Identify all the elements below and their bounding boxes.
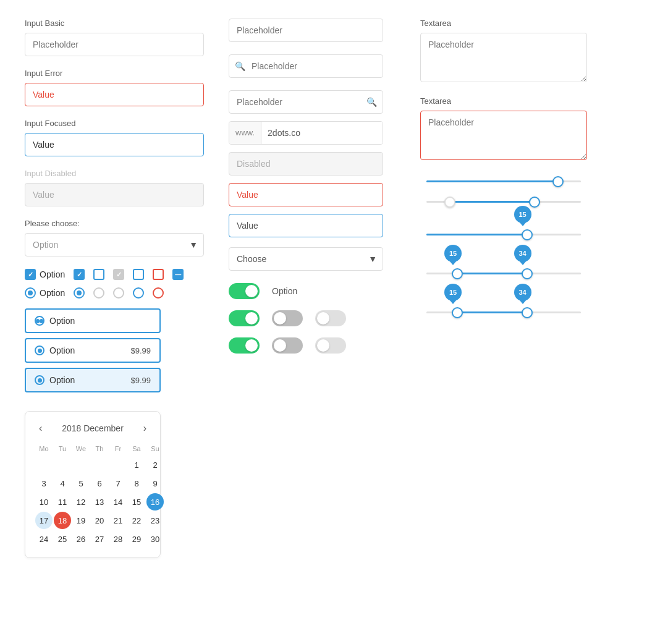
cal-day-27[interactable]: 27 [91, 530, 108, 548]
slider-4-thumb-left[interactable]: 15 [452, 268, 463, 279]
cal-day-21[interactable]: 21 [109, 512, 127, 529]
radio-checked[interactable] [25, 287, 36, 299]
checkbox-red-outline[interactable] [153, 269, 164, 280]
cal-day-28[interactable]: 28 [109, 530, 127, 548]
checkbox-item-minus[interactable] [172, 269, 184, 280]
radio-gray[interactable] [113, 287, 124, 299]
cal-dow-sa: Sa [128, 443, 145, 455]
input-basic-field[interactable] [25, 33, 204, 56]
slider-2-thumb-left[interactable] [444, 197, 455, 208]
checkbox-minus[interactable] [172, 269, 184, 280]
slider-1-thumb[interactable] [552, 176, 564, 187]
col2-search-input[interactable] [229, 54, 383, 78]
cal-day-1[interactable]: 1 [128, 456, 145, 473]
slider-3-thumb[interactable]: 15 [522, 229, 533, 240]
cal-day-22[interactable]: 22 [128, 512, 145, 529]
checkbox-gray[interactable] [113, 269, 124, 280]
slider-3: 15 [426, 234, 581, 235]
radio-price-inner-2 [35, 375, 44, 385]
checkbox-checked[interactable] [25, 269, 36, 280]
toggle-on-2[interactable] [229, 310, 260, 326]
cal-day-9[interactable]: 9 [146, 475, 164, 492]
calendar: ‹ 2018 December › Mo Tu We Th Fr Sa Su 1 [25, 411, 161, 558]
cal-day-19[interactable]: 19 [72, 512, 90, 529]
slider-5-thumb-left[interactable]: 15 [452, 307, 463, 318]
slider-4-thumb-right[interactable]: 34 [522, 268, 533, 279]
cal-day-24[interactable]: 24 [35, 530, 53, 548]
cal-day-6[interactable]: 6 [91, 475, 108, 492]
cal-day-23[interactable]: 23 [146, 512, 164, 529]
cal-day-30[interactable]: 30 [146, 530, 164, 548]
cal-day-26[interactable]: 26 [72, 530, 90, 548]
checkbox-item-red-outline[interactable] [153, 269, 164, 280]
cal-day-7[interactable]: 7 [109, 475, 127, 492]
radio-price-btn-2[interactable]: Option $9.99 [25, 368, 161, 392]
radio-price-value: $9.99 [130, 346, 151, 355]
radio-item-gray[interactable] [113, 287, 124, 299]
checkbox-item-checked[interactable]: Option [25, 269, 65, 280]
cal-day-10[interactable]: 10 [35, 493, 53, 511]
cal-day-2[interactable]: 2 [146, 456, 164, 473]
cal-day-29[interactable]: 29 [128, 530, 145, 548]
col2-focused-input[interactable] [229, 214, 383, 237]
url-input[interactable] [261, 122, 383, 144]
cal-day-13[interactable]: 13 [91, 493, 108, 511]
radio-item-checked2[interactable] [74, 287, 85, 299]
radio-blue-outline[interactable] [133, 287, 144, 299]
cal-day-15[interactable]: 15 [128, 493, 145, 511]
col2-input-1[interactable] [229, 19, 383, 42]
checkbox-item-gray[interactable] [113, 269, 124, 280]
col2-focused-wrapper [229, 214, 383, 237]
toggle-on-1[interactable] [229, 283, 260, 299]
checkbox-checked2[interactable] [74, 269, 85, 280]
cal-day-3[interactable]: 3 [35, 475, 53, 492]
toggle-on-3[interactable] [229, 337, 260, 354]
cal-day-25[interactable]: 25 [54, 530, 71, 548]
radio-option-btn-1[interactable]: Option [25, 308, 161, 333]
cal-day-8[interactable]: 8 [128, 475, 145, 492]
radio-item-blue-outline[interactable] [133, 287, 144, 299]
checkbox-item-blue-outline[interactable] [133, 269, 144, 280]
radio-price-left-2: Option [35, 375, 75, 385]
checkbox-unchecked[interactable] [93, 269, 104, 280]
radio-price-btn-1[interactable]: Option $9.99 [25, 338, 161, 363]
toggle-off-gray-2[interactable] [272, 310, 303, 326]
col2-search-right-input[interactable] [229, 90, 383, 114]
calendar-next-button[interactable]: › [140, 422, 150, 435]
toggle-off-white-3[interactable] [315, 337, 346, 354]
input-error-field[interactable] [25, 83, 204, 106]
checkbox-blue-outline[interactable] [133, 269, 144, 280]
radio-checked2[interactable] [74, 287, 85, 299]
cal-day-18[interactable]: 18 [54, 512, 71, 529]
toggle-off-gray-3[interactable] [272, 337, 303, 354]
checkbox-item-unchecked[interactable] [93, 269, 104, 280]
input-focused-field[interactable] [25, 133, 204, 156]
slider-5-fill [457, 311, 527, 313]
calendar-grid: Mo Tu We Th Fr Sa Su 1 2 3 4 5 6 7 8 [35, 443, 150, 548]
slider-2-thumb-right[interactable] [529, 197, 540, 208]
cal-day-11[interactable]: 11 [54, 493, 71, 511]
cal-day-16[interactable]: 16 [146, 493, 164, 511]
slider-5-thumb-right[interactable]: 34 [522, 307, 533, 318]
cal-day-20[interactable]: 20 [91, 512, 108, 529]
cal-day-4[interactable]: 4 [54, 475, 71, 492]
textarea-1[interactable] [420, 33, 587, 82]
col2-error-input[interactable] [229, 183, 383, 206]
slider-3-fill [426, 234, 527, 235]
cal-day-12[interactable]: 12 [72, 493, 90, 511]
radio-unchecked[interactable] [93, 287, 104, 299]
radio-item-red-outline[interactable] [153, 287, 164, 299]
calendar-prev-button[interactable]: ‹ [35, 422, 46, 435]
choose-select[interactable]: Choose Option A Option B [229, 247, 383, 271]
radio-item-checked[interactable]: Option [25, 287, 65, 299]
cal-day-17[interactable]: 17 [35, 512, 53, 529]
cal-day-5[interactable]: 5 [72, 475, 90, 492]
cal-day-14[interactable]: 14 [109, 493, 127, 511]
textarea-2[interactable] [420, 111, 587, 160]
checkbox-item-checked2[interactable] [74, 269, 85, 280]
radio-red-outline[interactable] [153, 287, 164, 299]
please-choose-select[interactable]: Option Option A Option B [25, 233, 204, 256]
toggle-off-white-2[interactable] [315, 310, 346, 326]
radio-item-unchecked[interactable] [93, 287, 104, 299]
slider-4-bubble-left: 15 [444, 245, 462, 262]
